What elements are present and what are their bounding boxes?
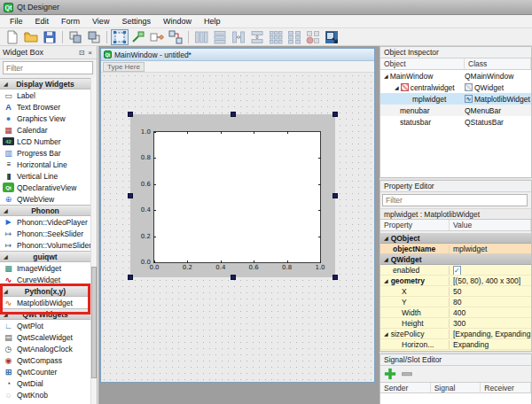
widget-item-qwebview[interactable]: ⊕QWebView bbox=[0, 193, 90, 205]
column-receiver[interactable]: Receiver bbox=[481, 383, 531, 392]
type-here-menu-placeholder[interactable]: Type Here bbox=[103, 62, 145, 72]
widget-item-phonon-seekslider[interactable]: ↦Phonon::SeekSlider bbox=[0, 228, 90, 239]
menu-window[interactable]: Window bbox=[157, 16, 198, 27]
property-row-x[interactable]: X50 bbox=[380, 286, 531, 297]
column-class[interactable]: Class bbox=[465, 58, 531, 69]
widget-item-graphics-view[interactable]: ●Graphics View bbox=[0, 113, 90, 124]
menu-settings[interactable]: Settings bbox=[115, 16, 157, 27]
widget-item-qdeclarativeview[interactable]: QtQDeclarativeView bbox=[0, 182, 90, 193]
selection-handle-s[interactable] bbox=[231, 275, 236, 280]
menu-view[interactable]: View bbox=[86, 16, 115, 27]
tree-row-statusbar[interactable]: statusbar QStatusBar bbox=[380, 116, 531, 128]
widget-item-qwtplot[interactable]: ∟QwtPlot bbox=[0, 320, 90, 331]
widget-item-imagewidget[interactable]: ▩ImageWidget bbox=[0, 262, 90, 274]
widget-item-qwtdial[interactable]: ◔QwtDial bbox=[0, 377, 90, 389]
property-filter-input[interactable] bbox=[382, 194, 528, 206]
open-form-button[interactable] bbox=[22, 29, 40, 45]
matplotlib-widget[interactable]: 0.0 0.2 0.4 0.6 0.8 1.0 1.0 0.8 0.6 0.4 … bbox=[130, 114, 335, 277]
menu-form[interactable]: Form bbox=[55, 16, 86, 27]
edit-buddies-button[interactable] bbox=[148, 29, 166, 45]
float-panel-icon[interactable]: ⊡ bbox=[77, 49, 87, 57]
column-signal[interactable]: Signal bbox=[431, 383, 481, 392]
widget-item-qwtcounter[interactable]: ⊞QwtCounter bbox=[0, 366, 90, 377]
widget-item-qwtanalogclock[interactable]: ◷QwtAnalogClock bbox=[0, 343, 90, 354]
edit-signals-slots-button[interactable] bbox=[129, 29, 147, 45]
tree-row-mplwidget-selected[interactable]: mplwidget ∿MatplotlibWidget bbox=[380, 93, 531, 105]
widget-item-qwtscalewidget[interactable]: ▤QwtScaleWidget bbox=[0, 331, 90, 343]
adjust-size-button[interactable] bbox=[323, 29, 340, 45]
menu-edit[interactable]: Edit bbox=[29, 16, 56, 27]
widget-item-curvewidget[interactable]: ∿CurveWidget bbox=[0, 274, 90, 285]
selection-handle-nw[interactable] bbox=[128, 112, 133, 117]
layout-vertical-splitter-button[interactable] bbox=[248, 29, 266, 45]
widget-item-horizontal-line[interactable]: ≡Horizontal Line bbox=[0, 159, 90, 170]
widget-box-titlebar[interactable]: Widget Box ⊡ × bbox=[0, 46, 97, 59]
property-group-qwidget[interactable]: ◢QWidget bbox=[380, 254, 531, 265]
form-window[interactable]: Qt MainWindow - untitled* Type Here bbox=[100, 48, 375, 383]
property-row-height[interactable]: Height300 bbox=[380, 318, 531, 329]
tree-row-mainwindow[interactable]: ◢MainWindow QMainWindow bbox=[380, 70, 531, 82]
selection-handle-e[interactable] bbox=[332, 193, 338, 198]
category-qwt-widgets[interactable]: ◢Qwt Widgets bbox=[0, 308, 90, 320]
property-row-y[interactable]: Y80 bbox=[380, 297, 531, 307]
category-guiqwt[interactable]: ◢guiqwt bbox=[0, 251, 90, 262]
add-connection-button[interactable] bbox=[384, 368, 396, 380]
send-to-back-button[interactable] bbox=[66, 29, 84, 45]
scrollbar-thumb[interactable] bbox=[91, 267, 97, 377]
column-sender[interactable]: Sender bbox=[380, 383, 431, 392]
titlebar[interactable]: Qt Qt Designer bbox=[0, 0, 532, 15]
layout-form-button[interactable] bbox=[286, 29, 303, 45]
layout-vertical-button[interactable] bbox=[211, 29, 229, 45]
column-value[interactable]: Value bbox=[450, 220, 531, 230]
widget-filter-input[interactable] bbox=[3, 61, 93, 74]
tree-row-centralwidget[interactable]: ◢centralwidget QWidget bbox=[380, 82, 531, 93]
edit-widgets-button[interactable] bbox=[111, 29, 129, 45]
break-layout-button[interactable] bbox=[304, 29, 322, 45]
form-window-titlebar[interactable]: Qt MainWindow - untitled* bbox=[101, 49, 374, 61]
property-row-enabled[interactable]: enabled✓ bbox=[380, 265, 531, 276]
selection-handle-sw[interactable] bbox=[128, 275, 133, 280]
widget-item-progress-bar[interactable]: ▥Progress Bar bbox=[0, 147, 90, 159]
widget-item-phonon-volumeslider[interactable]: ↦Phonon::VolumeSlider bbox=[0, 239, 90, 251]
property-row-vertical-policy[interactable]: Vertical...Expanding bbox=[380, 350, 531, 351]
form-canvas[interactable]: 0.0 0.2 0.4 0.6 0.8 1.0 1.0 0.8 0.6 0.4 … bbox=[101, 73, 374, 382]
column-object[interactable]: Object bbox=[380, 58, 465, 69]
edit-tab-order-button[interactable] bbox=[167, 29, 184, 45]
menu-help[interactable]: Help bbox=[198, 16, 227, 27]
property-group-qobject[interactable]: ◢QObject bbox=[380, 233, 531, 244]
layout-horizontal-button[interactable] bbox=[192, 29, 210, 45]
close-panel-icon[interactable]: × bbox=[86, 49, 94, 57]
property-row-geometry[interactable]: ◢geometry[(50, 80), 400 x 300] bbox=[380, 276, 531, 286]
widget-item-lcd-number[interactable]: 42LCD Number bbox=[0, 136, 90, 147]
property-row-sizepolicy[interactable]: ◢sizePolicy[Expanding, Expanding, 0, 0] bbox=[380, 329, 531, 339]
widget-item-phonon-videoplayer[interactable]: ▶Phonon::VideoPlayer bbox=[0, 216, 90, 228]
remove-connection-button[interactable] bbox=[401, 368, 413, 380]
tree-row-menubar[interactable]: menubar QMenuBar bbox=[380, 105, 531, 116]
selection-handle-w[interactable] bbox=[128, 193, 133, 198]
selection-handle-ne[interactable] bbox=[332, 112, 338, 117]
bring-to-front-button[interactable] bbox=[85, 29, 103, 45]
property-row-objectname[interactable]: objectNamemplwidget bbox=[380, 244, 531, 254]
layout-grid-button[interactable] bbox=[267, 29, 285, 45]
property-row-width[interactable]: Width400 bbox=[380, 307, 531, 318]
category-display-widgets[interactable]: ◢Display Widgets bbox=[0, 78, 90, 89]
widget-item-label[interactable]: ▭Label bbox=[0, 89, 90, 101]
widget-list-scrollbar[interactable] bbox=[90, 78, 97, 404]
widget-item-text-browser[interactable]: AText Browser bbox=[0, 101, 90, 113]
enabled-checkbox[interactable]: ✓ bbox=[453, 266, 461, 275]
selection-handle-se[interactable] bbox=[332, 275, 338, 280]
widget-item-matplotlibwidget[interactable]: ∿MatplotlibWidget bbox=[0, 297, 90, 308]
property-row-horizontal-policy[interactable]: Horizon...Expanding bbox=[380, 339, 531, 350]
category-python-xy[interactable]: ◢Python(x,y) bbox=[0, 285, 90, 297]
widget-item-vertical-line[interactable]: |||Vertical Line bbox=[0, 170, 90, 182]
column-property[interactable]: Property bbox=[380, 220, 450, 230]
widget-item-qwtcompass[interactable]: ◉QwtCompass bbox=[0, 354, 90, 366]
category-phonon[interactable]: ◢Phonon bbox=[0, 205, 90, 216]
menu-file[interactable]: File bbox=[4, 16, 29, 27]
widget-item-calendar[interactable]: ▦Calendar bbox=[0, 124, 90, 136]
layout-horizontal-splitter-button[interactable] bbox=[230, 29, 247, 45]
save-form-button[interactable] bbox=[41, 29, 59, 45]
widget-item-qwtknob[interactable]: ◌QwtKnob bbox=[0, 389, 90, 400]
selection-handle-n[interactable] bbox=[231, 112, 236, 117]
new-form-button[interactable] bbox=[4, 29, 21, 45]
